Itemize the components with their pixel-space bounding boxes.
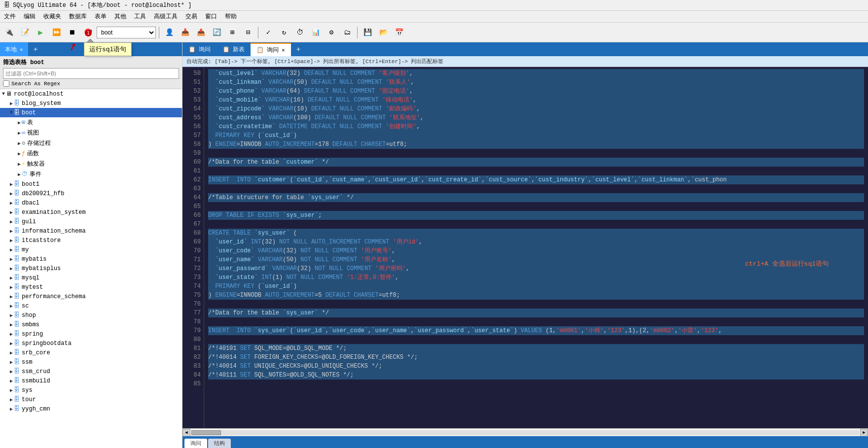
tree-ssmbuild[interactable]: ▶ 🗄 ssmbuild <box>0 376 182 385</box>
mysql-expand: ▶ <box>10 275 13 281</box>
tree-boot[interactable]: ▼ 🗄 boot <box>0 108 182 117</box>
menu-tools[interactable]: 工具 <box>132 11 148 22</box>
sidebar-add-connection-btn[interactable]: ＋ <box>28 42 43 56</box>
schema-btn[interactable]: 🗂 <box>340 26 354 39</box>
yygh-label: yygh_cmn <box>22 406 50 413</box>
tree-sc[interactable]: ▶ 🗄 sc <box>0 301 182 310</box>
tree-ssm[interactable]: ▶ 🗄 ssm <box>0 357 182 367</box>
menu-transaction[interactable]: 交易 <box>183 11 199 22</box>
tree-blog-system[interactable]: ▶ 🗄 blog_system <box>0 99 182 108</box>
export-btn[interactable]: 📤 <box>194 26 208 39</box>
tree-tour[interactable]: ▶ 🗄 tour <box>0 395 182 404</box>
new-query-btn[interactable]: 📝 <box>18 26 32 39</box>
tree-root[interactable]: ▼ 🖥 root@localhost <box>0 89 182 99</box>
tree-mybatis[interactable]: ▶ 🗄 mybatis <box>0 254 182 264</box>
menu-window[interactable]: 窗口 <box>203 11 219 22</box>
database-select[interactable]: boot <box>97 27 156 38</box>
tree-boot1[interactable]: ▶ 🗄 boot1 <box>0 179 182 189</box>
tree-info-schema[interactable]: ▶ 🗄 information_schema <box>0 226 182 236</box>
filter-input[interactable] <box>3 68 179 79</box>
tree-boot-table[interactable]: ▶ ⊞ 表 <box>0 117 182 128</box>
menu-help[interactable]: 帮助 <box>223 11 239 22</box>
tree-boot-proc[interactable]: ▶ ⚙ 存储过程 <box>0 138 182 148</box>
code-content[interactable]: `cust_level` VARCHAR(32) DEFAULT NULL CO… <box>204 67 868 428</box>
new-connection-btn[interactable]: 🔌 <box>2 26 16 39</box>
tree-shop[interactable]: ▶ 🗄 shop <box>0 310 182 320</box>
editor-tab-query1[interactable]: 📋 询问 <box>182 43 217 56</box>
editor-add-tab-btn[interactable]: ＋ <box>291 43 306 56</box>
history-btn[interactable]: ⏱ <box>293 26 307 39</box>
import-btn[interactable]: 📥 <box>178 26 192 39</box>
hscroll-thumb[interactable] <box>191 430 221 435</box>
tree-spring[interactable]: ▶ 🗄 spring <box>0 329 182 339</box>
menu-table[interactable]: 表单 <box>93 11 108 22</box>
editor-tab-newtable[interactable]: 📋 新表 <box>217 43 251 56</box>
tree-exam[interactable]: ▶ 🗄 examination_system <box>0 207 182 217</box>
table-btn[interactable]: ⊞ <box>225 26 239 39</box>
tree-boot-view[interactable]: ▶ ∞ 视图 <box>0 128 182 138</box>
refresh-btn[interactable]: ↻ <box>277 26 291 39</box>
bottom-tab-query[interactable]: 询问 <box>184 439 207 448</box>
menu-database[interactable]: 数据库 <box>67 11 89 22</box>
execute-all-btn[interactable]: ⏩ <box>49 26 63 39</box>
tree-mytest[interactable]: ▶ 🗄 mytest <box>0 282 182 292</box>
sidebar-tab-close[interactable]: ✕ <box>20 46 23 53</box>
execute-btn[interactable]: ▶ <box>34 26 47 39</box>
sidebar-tab-label: 本地 <box>5 45 17 54</box>
grid-btn[interactable]: ⊟ <box>241 26 255 39</box>
menu-other[interactable]: 其他 <box>112 11 128 22</box>
blog-icon: 🗄 <box>14 100 20 107</box>
code-line <box>208 220 864 229</box>
hscroll-track <box>191 430 859 435</box>
boot1-label: boot1 <box>22 181 39 188</box>
separator-3 <box>357 27 358 38</box>
tree-mybatisplus[interactable]: ▶ 🗄 mybatisplus <box>0 264 182 273</box>
manage-btn[interactable]: ⚙ <box>325 26 338 39</box>
restore-btn[interactable]: 📂 <box>376 26 390 39</box>
sync-btn[interactable]: 🔄 <box>210 26 223 39</box>
menu-edit[interactable]: 编辑 <box>22 11 37 22</box>
schedule-btn[interactable]: 📅 <box>392 26 406 39</box>
editor-tab-query2[interactable]: 📋 询问 ✕ <box>251 43 291 56</box>
tree-boot-func[interactable]: ▶ ƒ 函数 <box>0 148 182 159</box>
bottom-tab-struct[interactable]: 结构 <box>208 439 231 448</box>
monitor-btn[interactable]: 📊 <box>309 26 323 39</box>
backup-btn[interactable]: 💾 <box>361 26 374 39</box>
menu-favorites[interactable]: 收藏夹 <box>41 11 63 22</box>
menu-advanced[interactable]: 高级工具 <box>152 11 180 22</box>
tree-dbacl[interactable]: ▶ 🗄 dbacl <box>0 198 182 207</box>
tree-itcast[interactable]: ▶ 🗄 itcaststore <box>0 236 182 245</box>
hscroll-right-btn[interactable]: ▶ <box>860 429 868 437</box>
tree-guli[interactable]: ▶ 🗄 guli <box>0 217 182 226</box>
search-regex-container: Search As Regex <box>3 80 179 87</box>
tab3-close[interactable]: ✕ <box>282 47 285 53</box>
tree-ssm-crud[interactable]: ▶ 🗄 ssm_crud <box>0 367 182 376</box>
code-line: /*!40014 SET FOREIGN_KEY_CHECKS=@OLD_FOR… <box>208 353 864 362</box>
tree-smbms[interactable]: ▶ 🗄 smbms <box>0 320 182 329</box>
user-btn[interactable]: 👤 <box>162 26 176 39</box>
tree-springbootdata[interactable]: ▶ 🗄 springbootdata <box>0 339 182 348</box>
tree-boot-event[interactable]: ▶ ⏱ 事件 <box>0 169 182 179</box>
tree-db200921[interactable]: ▶ 🗄 db200921_hfb <box>0 189 182 198</box>
line-numbers: 5051525354555657585960616263646566676869… <box>182 67 204 428</box>
check-btn[interactable]: ✓ <box>261 26 275 39</box>
code-editor[interactable]: 5051525354555657585960616263646566676869… <box>182 67 868 428</box>
tree-boot-trigger[interactable]: ▶ ⚡ 触发器 <box>0 159 182 169</box>
my-icon: 🗄 <box>14 246 20 253</box>
hscroll-bar[interactable]: ◀ ▶ <box>182 428 868 436</box>
menu-file[interactable]: 文件 <box>2 11 18 22</box>
sidebar-tab-local[interactable]: 本地 ✕ <box>0 42 28 56</box>
dbacl-expand: ▶ <box>10 200 13 206</box>
hscroll-left-btn[interactable]: ◀ <box>182 429 190 437</box>
spring-icon: 🗄 <box>14 330 20 338</box>
tree-perf[interactable]: ▶ 🗄 performance_schema <box>0 292 182 301</box>
search-regex-checkbox[interactable] <box>3 80 9 87</box>
tree-yygh[interactable]: ▶ 🗄 yygh_cmn <box>0 404 182 414</box>
code-line: /*Data for the table `customer` */ <box>208 158 864 167</box>
tree-mysql[interactable]: ▶ 🗄 mysql <box>0 273 182 282</box>
event-label: 事件 <box>30 170 41 178</box>
separator-2 <box>258 27 258 38</box>
tree-sys[interactable]: ▶ 🗄 sys <box>0 385 182 395</box>
tree-my[interactable]: ▶ 🗄 my <box>0 245 182 254</box>
tree-srb[interactable]: ▶ 🗄 srb_core <box>0 348 182 357</box>
